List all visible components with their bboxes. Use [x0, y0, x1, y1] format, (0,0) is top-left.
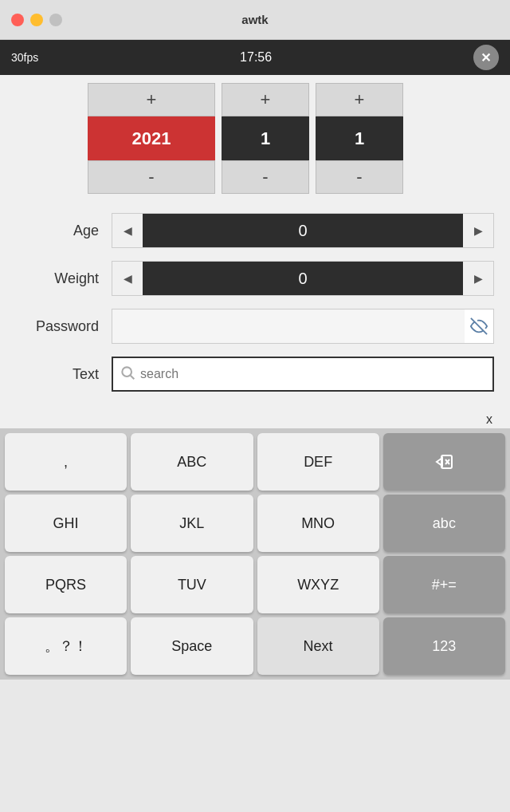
- key-ghi[interactable]: GHI: [5, 495, 127, 552]
- key-space[interactable]: Space: [131, 617, 253, 675]
- age-value: 0: [143, 214, 463, 247]
- month-spinner: + 1 -: [222, 83, 309, 194]
- weight-row: Weight ◀ 0 ▶: [16, 258, 494, 299]
- x-row: x: [0, 409, 510, 428]
- eye-icon[interactable]: [465, 317, 493, 335]
- close-button[interactable]: [11, 14, 24, 26]
- key-comma[interactable]: ,: [5, 433, 127, 491]
- window-controls: [11, 14, 62, 26]
- weight-label: Weight: [16, 270, 112, 287]
- fps-label: 30fps: [11, 51, 38, 64]
- weight-control: ◀ 0 ▶: [112, 261, 494, 296]
- weight-value: 0: [143, 262, 463, 295]
- key-wxyz[interactable]: WXYZ: [257, 556, 379, 613]
- key-abc[interactable]: abc: [383, 495, 505, 552]
- key-def[interactable]: DEF: [257, 433, 379, 491]
- day-spinner: + 1 -: [316, 83, 403, 194]
- day-increment[interactable]: +: [316, 83, 403, 116]
- age-row: Age ◀ 0 ▶: [16, 210, 494, 251]
- age-label: Age: [16, 223, 112, 239]
- key-pqrs[interactable]: PQRS: [5, 556, 127, 613]
- app-title: awtk: [241, 13, 268, 26]
- weight-decrement[interactable]: ◀: [112, 262, 143, 295]
- day-decrement[interactable]: -: [316, 160, 403, 194]
- month-increment[interactable]: +: [222, 83, 309, 116]
- form-section: Age ◀ 0 ▶ Weight ◀ 0 ▶ Password: [0, 202, 510, 409]
- status-bar: 30fps 17:56 ✕: [0, 40, 510, 75]
- minimize-button[interactable]: [30, 14, 43, 26]
- svg-point-1: [122, 367, 131, 376]
- keyboard: , ABC DEF GHI JKL MNO abc PQRS TUV WXYZ …: [0, 428, 510, 680]
- year-decrement[interactable]: -: [88, 160, 215, 194]
- search-wrap: [112, 357, 494, 392]
- age-control: ◀ 0 ▶: [112, 213, 494, 248]
- day-value: 1: [316, 116, 403, 160]
- year-spinner: + 2021 -: [88, 83, 215, 194]
- year-value: 2021: [88, 116, 215, 160]
- key-tuv[interactable]: TUV: [131, 556, 253, 613]
- status-close-button[interactable]: ✕: [473, 45, 499, 70]
- key-backspace[interactable]: [383, 433, 505, 491]
- weight-increment[interactable]: ▶: [463, 262, 493, 295]
- search-icon: [120, 365, 135, 384]
- key-punctuation[interactable]: 。？！: [5, 617, 127, 675]
- password-label: Password: [16, 318, 112, 335]
- key-symbols[interactable]: #+=: [383, 556, 505, 613]
- key-jkl[interactable]: JKL: [131, 495, 253, 552]
- password-input[interactable]: [112, 309, 465, 343]
- month-value: 1: [222, 116, 309, 160]
- age-decrement[interactable]: ◀: [112, 214, 143, 247]
- text-row: Text: [16, 353, 494, 395]
- key-abc-row1[interactable]: ABC: [131, 433, 253, 491]
- x-button[interactable]: x: [480, 411, 499, 428]
- title-bar: awtk: [0, 0, 510, 40]
- month-decrement[interactable]: -: [222, 160, 309, 194]
- time-label: 17:56: [240, 50, 272, 65]
- age-increment[interactable]: ▶: [463, 214, 493, 247]
- key-mno[interactable]: MNO: [257, 495, 379, 552]
- password-row: Password: [16, 305, 494, 347]
- maximize-button[interactable]: [49, 14, 62, 26]
- search-input[interactable]: [140, 367, 486, 381]
- spinner-section: + 2021 - + 1 - + 1 -: [0, 75, 510, 202]
- key-123[interactable]: 123: [383, 617, 505, 675]
- year-increment[interactable]: +: [88, 83, 215, 116]
- text-label: Text: [16, 366, 112, 383]
- password-control: [112, 309, 494, 344]
- svg-line-2: [131, 375, 135, 379]
- key-next[interactable]: Next: [257, 617, 379, 675]
